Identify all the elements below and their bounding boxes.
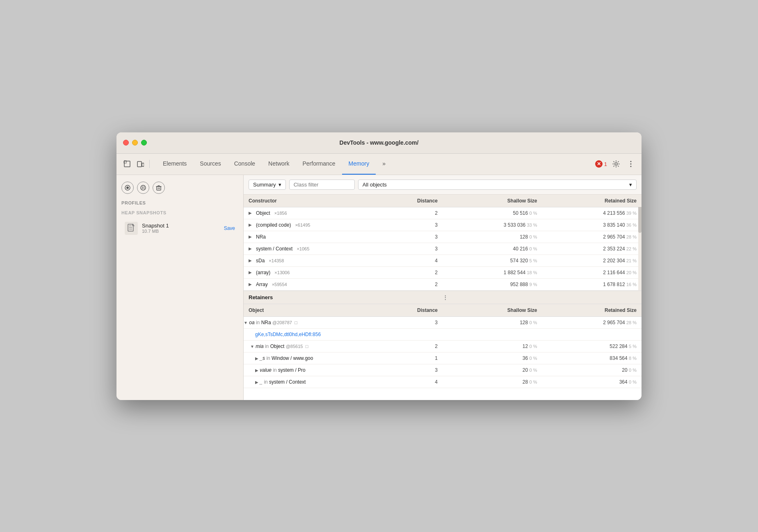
retainers-table: Object Distance Shallow Size Retained Si… [244, 304, 642, 388]
heap-table-row[interactable]: ▶ Array ×59554 2 952 888 9 % 1 678 812 1… [244, 278, 642, 290]
all-objects-select[interactable]: All objects ▾ [358, 180, 637, 190]
row-retained-size: 2 965 704 28 % [542, 231, 642, 243]
take-snapshot-button[interactable] [121, 182, 134, 194]
svg-point-4 [615, 163, 617, 165]
svg-point-9 [126, 186, 129, 189]
retainer-class-name: NRa [261, 320, 271, 325]
retainers-menu-icon[interactable]: ⋮ [443, 294, 637, 300]
row-expand-arrow[interactable]: ▶ [249, 234, 253, 239]
tab-console[interactable]: Console [228, 153, 262, 175]
tab-sources[interactable]: Sources [193, 153, 227, 175]
class-filter-input[interactable] [289, 180, 355, 190]
svg-point-10 [141, 185, 146, 190]
retainer-row[interactable]: ▼ oa in NRa @208787 □ 3 128 0 % 2 965 70… [244, 316, 642, 328]
retainer-expand-arrow[interactable]: ▶ [255, 368, 258, 373]
toolbar-right: ✕ 1 [595, 158, 637, 170]
more-icon[interactable] [625, 158, 637, 170]
retainer-shallow: 12 0 % [443, 340, 542, 352]
retainer-shallow: 128 0 % [443, 316, 542, 328]
select-element-icon[interactable] [121, 158, 133, 170]
svg-point-5 [630, 161, 632, 162]
ret-col-retained: Retained Size [542, 304, 642, 317]
retainer-obj-name: mia [256, 343, 263, 349]
retainers-table-container[interactable]: Object Distance Shallow Size Retained Si… [244, 304, 642, 400]
row-expand-arrow[interactable]: ▶ [249, 223, 253, 227]
traffic-lights [123, 140, 147, 146]
heap-scrollbar[interactable] [638, 195, 642, 291]
device-toggle-icon[interactable] [135, 158, 146, 170]
heap-table-row[interactable]: ▶ system / Context ×1065 3 40 216 0 % 2 … [244, 243, 642, 255]
retainer-row[interactable]: ▼ mia in Object @85615 □ 2 12 0 % 522 28… [244, 340, 642, 352]
summary-select[interactable]: Summary ▾ [249, 180, 286, 190]
ret-col-shallow: Shallow Size [443, 304, 542, 317]
retainer-in-text: in [256, 320, 261, 325]
row-distance: 3 [403, 231, 443, 243]
retainers-header: Retainers ⋮ [244, 291, 642, 304]
row-retained-size: 1 539 664 14 % [542, 290, 642, 291]
heap-table-row[interactable]: ▶ (compiled code) ×61495 3 3 533 036 33 … [244, 219, 642, 231]
retainer-expand-arrow[interactable]: ▼ [250, 344, 254, 349]
tab-overflow[interactable]: » [376, 153, 392, 175]
minimize-button[interactable] [132, 140, 138, 146]
retainer-row[interactable]: ▶ value in system / Pro 3 20 0 % 20 0 % [244, 364, 642, 376]
constructor-cell: ▶ NRa [244, 231, 403, 243]
row-expand-arrow[interactable]: ▶ [249, 258, 253, 263]
tab-memory[interactable]: Memory [342, 153, 376, 175]
retainer-id: @208787 [272, 320, 292, 325]
heap-table-row[interactable]: ▶ (closure) ×15620 2 483 380 5 % 1 539 6… [244, 290, 642, 291]
col-shallow-size: Shallow Size [443, 195, 542, 207]
heap-table-row[interactable]: ▶ (array) ×13006 2 1 882 544 18 % 2 116 … [244, 266, 642, 278]
error-badge[interactable]: ✕ 1 [595, 160, 607, 168]
constructor-count: ×61495 [295, 223, 310, 227]
constructor-count: ×1856 [274, 211, 287, 216]
row-shallow-size: 128 0 % [443, 231, 542, 243]
row-shallow-size: 483 380 5 % [443, 290, 542, 291]
heap-table-row[interactable]: ▶ Object ×1856 2 50 516 0 % 4 213 556 39… [244, 207, 642, 219]
main-area: Profiles HEAP SNAPSHOTS Snapshot 1 10.7 … [116, 175, 642, 400]
retainer-shallow: 36 0 % [443, 352, 542, 364]
constructor-cell: ▶ (compiled code) ×61495 [244, 219, 403, 231]
row-expand-arrow[interactable]: ▶ [249, 246, 253, 251]
retainer-link[interactable]: gKe,sTsDMc,dtl0hd,eHDfl:856 [255, 332, 321, 337]
tab-elements[interactable]: Elements [156, 153, 193, 175]
stop-button[interactable] [137, 182, 149, 194]
constructor-count: ×13006 [274, 270, 290, 275]
summary-dropdown-icon: ▾ [279, 182, 281, 188]
retainer-obj-icon: □ [295, 320, 297, 325]
row-expand-arrow[interactable]: ▶ [249, 270, 253, 275]
constructor-cell: ▶ Object ×1856 [244, 207, 403, 219]
heap-table-row[interactable]: ▶ sDa ×14358 4 574 320 5 % 2 202 304 21 … [244, 255, 642, 266]
retainer-row[interactable]: ▶ _ in system / Context 4 28 0 % 364 0 % [244, 376, 642, 388]
retainer-row[interactable]: ▶ _s in Window / www.goo 1 36 0 % 834 56… [244, 352, 642, 364]
heap-table-container[interactable]: Constructor Distance Shallow Size Retain… [244, 195, 642, 291]
retainer-retained: 20 0 % [542, 364, 642, 376]
fullscreen-button[interactable] [141, 140, 147, 146]
constructor-name: NRa [256, 234, 266, 240]
snapshot-save-link[interactable]: Save [224, 225, 235, 231]
retainer-class-name: system / Pro [278, 367, 306, 373]
retainer-expand-arrow[interactable]: ▶ [255, 356, 258, 361]
snapshot-item[interactable]: Snapshot 1 10.7 MB Save [121, 219, 238, 237]
row-retained-size: 1 678 812 16 % [542, 278, 642, 290]
retainer-row[interactable]: gKe,sTsDMc,dtl0hd,eHDfl:856 [244, 328, 642, 340]
all-objects-dropdown-icon: ▾ [629, 182, 632, 188]
nav-tabs: Elements Sources Console Network Perform… [153, 153, 594, 175]
retainer-retained: 364 0 % [542, 376, 642, 388]
constructor-cell: ▶ sDa ×14358 [244, 255, 403, 266]
tab-network[interactable]: Network [262, 153, 296, 175]
settings-icon[interactable] [610, 158, 622, 170]
tab-performance[interactable]: Performance [296, 153, 342, 175]
heap-table-row[interactable]: ▶ NRa 3 128 0 % 2 965 704 28 % [244, 231, 642, 243]
svg-point-6 [630, 164, 632, 165]
retainer-in-text: in [264, 379, 269, 385]
col-distance: Distance [403, 195, 443, 207]
retainer-distance: 4 [403, 376, 443, 388]
retainer-expand-arrow[interactable]: ▶ [255, 380, 258, 384]
clear-profiles-button[interactable] [153, 182, 165, 194]
retainer-obj-cell: ▶ _s in Window / www.goo [244, 352, 403, 364]
close-button[interactable] [123, 140, 129, 146]
row-expand-arrow[interactable]: ▶ [249, 211, 253, 215]
retainer-obj-name: value [260, 367, 272, 373]
retainer-expand-arrow[interactable]: ▼ [244, 321, 248, 325]
row-expand-arrow[interactable]: ▶ [249, 282, 253, 286]
